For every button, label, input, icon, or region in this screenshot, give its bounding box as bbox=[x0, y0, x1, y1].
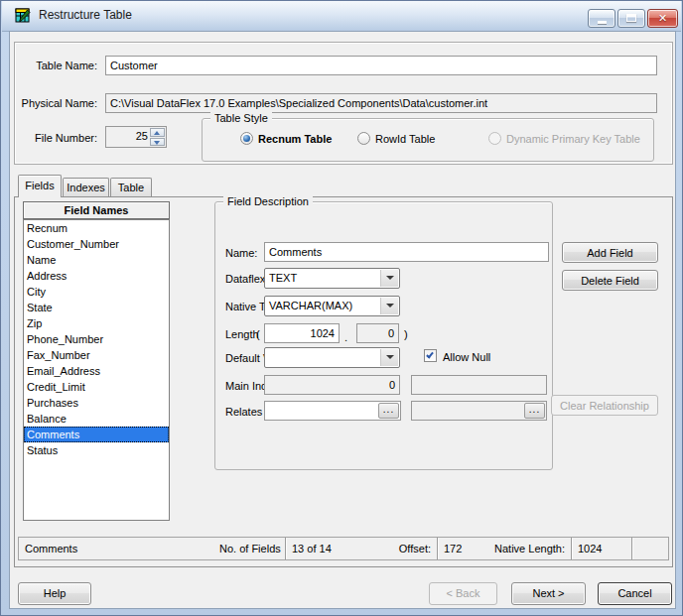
close-button[interactable]: ✕ bbox=[647, 9, 678, 28]
native-type-dropdown[interactable]: VARCHAR(MAX) bbox=[264, 296, 400, 316]
delete-field-button[interactable]: Delete Field bbox=[562, 270, 658, 291]
next-button[interactable]: Next > bbox=[511, 582, 586, 605]
physical-name-field: C:\Visual DataFlex 17.0 Examples\Special… bbox=[105, 93, 657, 113]
length-paren-open: ( bbox=[256, 327, 260, 341]
status-no-of-fields-label: No. of Fields bbox=[213, 538, 285, 559]
list-item[interactable]: Email_Address bbox=[24, 363, 169, 379]
status-native-length-label: Native Length: bbox=[483, 538, 571, 559]
field-names-header: Field Names bbox=[23, 201, 170, 219]
list-item[interactable]: Name bbox=[24, 252, 169, 268]
dialog-client-area: Table Name: Customer Physical Name: C:\V… bbox=[9, 31, 676, 609]
file-number-label: File Number: bbox=[21, 131, 97, 145]
help-button[interactable]: Help bbox=[18, 582, 91, 605]
radio-recnum-table[interactable] bbox=[240, 132, 253, 145]
window-title: Restructure Table bbox=[39, 1, 132, 30]
list-item[interactable]: Zip bbox=[24, 315, 169, 331]
dataflex-type-dropdown[interactable]: TEXT bbox=[264, 268, 400, 289]
allow-null-checkbox[interactable] bbox=[424, 349, 437, 362]
status-selected-field: Comments bbox=[19, 538, 213, 559]
dropdown-button[interactable] bbox=[380, 270, 398, 287]
list-item[interactable]: Fax_Number bbox=[24, 347, 169, 363]
radio-recnum-label[interactable]: Recnum Table bbox=[258, 132, 332, 146]
radio-dynamic-label[interactable]: Dynamic Primary Key Table bbox=[506, 132, 640, 146]
status-offset-value: 172 bbox=[438, 538, 483, 559]
default-value-dropdown[interactable] bbox=[264, 347, 400, 368]
table-name-label: Table Name: bbox=[21, 59, 97, 72]
radio-rowid-label[interactable]: RowId Table bbox=[375, 132, 435, 146]
check-icon bbox=[426, 351, 434, 359]
spin-down-button[interactable] bbox=[150, 138, 165, 147]
allow-null-label[interactable]: Allow Null bbox=[443, 350, 490, 364]
radio-rowid-table[interactable] bbox=[357, 132, 370, 145]
file-number-value: 25 bbox=[110, 129, 148, 143]
list-item[interactable]: State bbox=[24, 300, 169, 315]
chevron-down-icon bbox=[386, 355, 394, 359]
table-info-panel: Table Name: Customer Physical Name: C:\V… bbox=[14, 42, 673, 165]
spin-up-button[interactable] bbox=[150, 128, 165, 137]
chevron-down-icon bbox=[386, 304, 394, 308]
tab-table[interactable]: Table bbox=[110, 178, 152, 197]
fields-tab-page: Field Names Recnum Customer_Number Name … bbox=[14, 196, 673, 567]
list-item[interactable]: Address bbox=[24, 268, 169, 284]
list-item[interactable]: Customer_Number bbox=[24, 236, 169, 252]
status-native-length-value: 1024 bbox=[572, 538, 631, 559]
table-edit-icon bbox=[15, 8, 31, 24]
length-paren-close: ) bbox=[404, 327, 408, 341]
arrow-up-icon bbox=[154, 131, 160, 135]
title-bar[interactable]: Restructure Table ✕ bbox=[2, 1, 681, 32]
name-label: Name: bbox=[225, 246, 257, 260]
maximize-icon bbox=[626, 14, 636, 22]
radio-dynamic-primary-key[interactable] bbox=[488, 132, 501, 145]
relates-to-field2: ... bbox=[411, 401, 547, 421]
dropdown-button[interactable] bbox=[380, 349, 398, 366]
name-input[interactable]: Comments bbox=[264, 242, 549, 262]
restructure-table-dialog: Restructure Table ✕ Table Name: Customer… bbox=[0, 0, 683, 616]
dataflex-type-value: TEXT bbox=[269, 272, 297, 284]
relates-to-browse-button[interactable]: ... bbox=[378, 403, 399, 419]
table-style-group: Table Style Recnum Table RowId Table Dyn… bbox=[202, 118, 654, 162]
minimize-icon bbox=[598, 21, 607, 24]
minimize-button[interactable] bbox=[588, 9, 615, 28]
list-item[interactable]: Balance bbox=[24, 411, 169, 427]
field-description-group: Field Description Name: Comments Datafle… bbox=[214, 201, 553, 470]
back-button[interactable]: < Back bbox=[429, 582, 497, 605]
relates-to-browse-button2[interactable]: ... bbox=[524, 403, 545, 419]
add-field-button[interactable]: Add Field bbox=[562, 242, 658, 263]
list-item[interactable]: Phone_Number bbox=[24, 331, 169, 347]
list-item-selected[interactable]: Comments bbox=[24, 427, 169, 442]
status-offset-label: Offset: bbox=[357, 538, 437, 559]
tab-indexes[interactable]: Indexes bbox=[63, 178, 109, 197]
field-description-legend: Field Description bbox=[223, 194, 313, 208]
main-index-field: 0 bbox=[264, 375, 400, 395]
file-number-spin-controls bbox=[150, 128, 165, 146]
physical-name-label: Physical Name: bbox=[21, 96, 97, 110]
status-bar: Comments No. of Fields 13 of 14 Offset: … bbox=[18, 537, 669, 560]
cancel-button[interactable]: Cancel bbox=[598, 582, 672, 605]
dropdown-button[interactable] bbox=[380, 298, 398, 314]
status-empty-cell bbox=[632, 538, 668, 559]
length-decimals-field: 0 bbox=[356, 323, 399, 343]
arrow-down-icon bbox=[154, 141, 160, 145]
clear-relationship-button[interactable]: Clear Relationship bbox=[551, 395, 658, 416]
status-no-of-fields-value: 13 of 14 bbox=[286, 538, 357, 559]
length-input[interactable]: 1024 bbox=[264, 323, 340, 343]
chevron-down-icon bbox=[386, 276, 394, 280]
table-name-input[interactable]: Customer bbox=[105, 56, 657, 75]
close-icon: ✕ bbox=[648, 12, 677, 25]
length-label: Length bbox=[225, 327, 259, 341]
list-item[interactable]: Credit_Limit bbox=[24, 379, 169, 395]
table-style-legend: Table Style bbox=[210, 111, 272, 125]
native-type-value: VARCHAR(MAX) bbox=[269, 300, 352, 311]
list-item[interactable]: Recnum bbox=[24, 220, 169, 236]
tab-fields[interactable]: Fields bbox=[18, 175, 62, 197]
list-item[interactable]: City bbox=[24, 284, 169, 300]
length-separator: . bbox=[344, 330, 347, 344]
field-names-list[interactable]: Recnum Customer_Number Name Address City… bbox=[23, 219, 170, 521]
list-item[interactable]: Status bbox=[24, 442, 169, 458]
list-item[interactable]: Purchases bbox=[24, 395, 169, 411]
main-index-name-field bbox=[411, 375, 547, 395]
relates-to-input[interactable]: ... bbox=[264, 401, 401, 421]
file-number-spinner[interactable]: 25 bbox=[105, 126, 167, 148]
maximize-button[interactable] bbox=[617, 9, 645, 28]
